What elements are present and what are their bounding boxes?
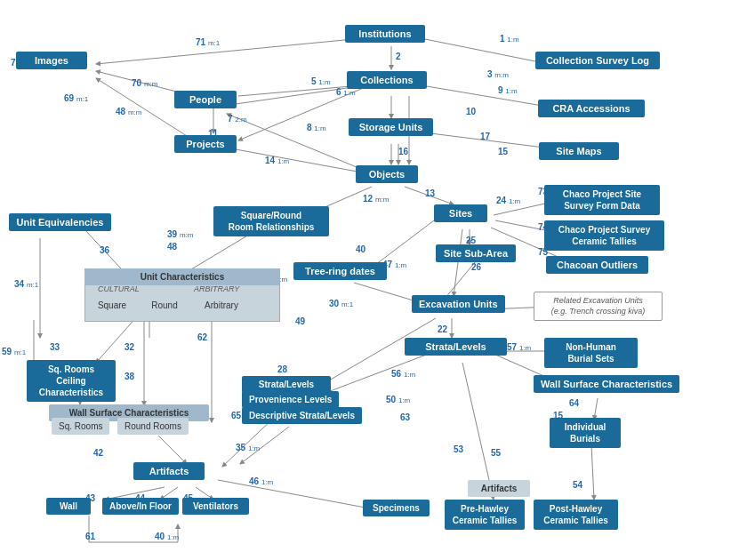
node-chacoan-outliers[interactable]: Chacoan Outliers	[546, 256, 648, 274]
svg-line-41	[462, 363, 494, 500]
node-features[interactable]: Artifacts	[133, 462, 205, 480]
node-tree-ring-dates[interactable]: Tree-ring dates	[293, 262, 387, 280]
label-70: 70 m:m	[132, 78, 157, 88]
node-square[interactable]: Square	[89, 297, 135, 314]
svg-line-39	[594, 398, 598, 420]
node-provenience-levels[interactable]: Provenience Levels	[242, 391, 339, 408]
label-10: 10	[466, 107, 476, 116]
node-unit-equivalencies[interactable]: Unit Equivalencies	[9, 213, 111, 231]
label-54: 54	[573, 480, 582, 490]
svg-line-4	[416, 84, 558, 108]
label-42: 42	[93, 448, 103, 458]
node-specimens[interactable]: Specimens	[363, 500, 430, 516]
label-3: 3 m:m	[487, 69, 509, 79]
label-48: 48	[167, 242, 177, 252]
svg-line-40	[591, 444, 594, 500]
label-22: 22	[438, 324, 447, 334]
diagram-container: Images Institutions Collection Survey Lo…	[0, 0, 747, 560]
node-round[interactable]: Round	[144, 297, 185, 314]
node-round-rooms[interactable]: Round Rooms	[117, 418, 189, 435]
label-13: 13	[425, 188, 435, 198]
label-49: 49	[295, 316, 305, 326]
label-64: 64	[569, 398, 579, 408]
svg-line-35	[318, 351, 436, 396]
label-7: 7 2:m	[228, 114, 247, 124]
node-site-maps[interactable]: Site Maps	[539, 142, 619, 160]
node-institutions[interactable]: Institutions	[345, 25, 425, 43]
node-sq-rooms-ceiling[interactable]: Sq. RoomsCeilingCharacteristics	[27, 360, 116, 402]
node-artifacts-label: Artifacts	[468, 480, 530, 497]
label-48b: 48 m:m	[116, 107, 141, 116]
label-33: 33	[50, 342, 60, 352]
label-1: 1 1:m	[500, 34, 519, 44]
label-32: 32	[124, 342, 134, 352]
node-sites[interactable]: Sites	[434, 204, 487, 222]
label-arbitrary: ARBITRARY	[194, 284, 239, 293]
label-26: 26	[471, 262, 481, 272]
label-12: 12 m:m	[363, 194, 389, 204]
label-28: 28	[277, 364, 287, 374]
node-chaco-project-survey[interactable]: Chaco Project SurveyCeramic Tallies	[544, 220, 664, 251]
label-14: 14 1:m	[265, 156, 289, 165]
node-post-hawley[interactable]: Post-HawleyCeramic Tallies	[534, 500, 618, 530]
label-62: 62	[197, 332, 207, 342]
node-images[interactable]: Images	[16, 52, 87, 69]
label-35: 35 1:m	[236, 443, 260, 452]
label-57: 57 1:m	[507, 342, 531, 352]
label-63: 63	[400, 412, 410, 422]
label-9: 9 1:m	[498, 85, 518, 95]
label-71: 71 m:1	[196, 37, 220, 47]
label-36: 36	[100, 245, 109, 255]
node-descriptive-strata[interactable]: Descriptive Strata/Levels	[242, 407, 362, 424]
node-excavation-units[interactable]: Excavation Units	[412, 295, 505, 313]
node-collections[interactable]: Collections	[347, 71, 427, 89]
label-38: 38	[124, 372, 134, 381]
node-related-excavation-units: Related Excavation Units(e.g. Trench cro…	[534, 292, 663, 321]
node-pre-hawley[interactable]: Pre-HawleyCeramic Tallies	[445, 500, 525, 530]
label-16: 16	[398, 147, 408, 156]
node-people[interactable]: People	[174, 91, 237, 108]
node-excavation-sub-units[interactable]: Strata/Levels	[405, 338, 507, 356]
label-53: 53	[454, 444, 463, 454]
node-non-human-burial-sets[interactable]: Non-HumanBurial Sets	[544, 338, 638, 368]
label-65: 65	[231, 411, 241, 420]
node-ventilators[interactable]: Ventilators	[182, 498, 249, 515]
node-individual-burials[interactable]: IndividualBurials	[550, 418, 621, 448]
node-human-burial-sets[interactable]: Wall Surface Characteristics	[534, 375, 679, 393]
label-2: 2	[396, 52, 401, 61]
svg-line-29	[96, 316, 138, 363]
node-collection-survey-log[interactable]: Collection Survey Log	[535, 52, 660, 69]
svg-line-42	[158, 436, 187, 464]
label-24: 24 1:m	[496, 196, 520, 205]
label-39: 39 m:m	[167, 229, 193, 239]
node-storage-units[interactable]: Storage Units	[349, 118, 433, 136]
label-cultural: CULTURAL	[98, 284, 140, 293]
node-site-sub-area[interactable]: Site Sub-Area	[436, 244, 516, 262]
node-above-in-floor[interactable]: Above/In Floor	[102, 498, 179, 515]
label-8: 8 1:m	[307, 123, 326, 132]
label-50: 50 1:m	[386, 395, 410, 404]
node-projects[interactable]: Projects	[174, 135, 237, 153]
label-46: 46 1:m	[249, 476, 273, 486]
label-40b: 40 1:m	[155, 532, 179, 541]
label-15: 15	[498, 147, 508, 156]
node-objects[interactable]: Objects	[356, 165, 418, 183]
label-30: 30 m:1	[329, 299, 353, 308]
svg-line-16	[236, 149, 372, 174]
label-17: 17	[480, 132, 490, 141]
node-wall[interactable]: Wall	[46, 498, 91, 515]
label-55: 55	[491, 448, 501, 458]
svg-line-0	[96, 37, 372, 64]
label-34: 34 m:1	[14, 279, 38, 289]
label-56: 56 1:m	[391, 369, 415, 379]
node-cra-accessions[interactable]: CRA Accessions	[538, 100, 645, 117]
label-69: 69 m:1	[64, 93, 88, 103]
node-square-round-room-rel[interactable]: Square/RoundRoom Relationships	[213, 206, 329, 236]
node-chaco-project-site[interactable]: Chaco Project SiteSurvey Form Data	[544, 185, 660, 215]
svg-line-2	[416, 37, 549, 64]
node-sq-rooms2[interactable]: Sq. Rooms	[52, 418, 109, 435]
label-40: 40	[356, 244, 365, 254]
label-5: 5 1:m	[311, 76, 331, 86]
node-unit-characteristics: Unit Characteristics	[84, 268, 280, 285]
node-arbitrary[interactable]: Arbitrary	[194, 297, 249, 314]
